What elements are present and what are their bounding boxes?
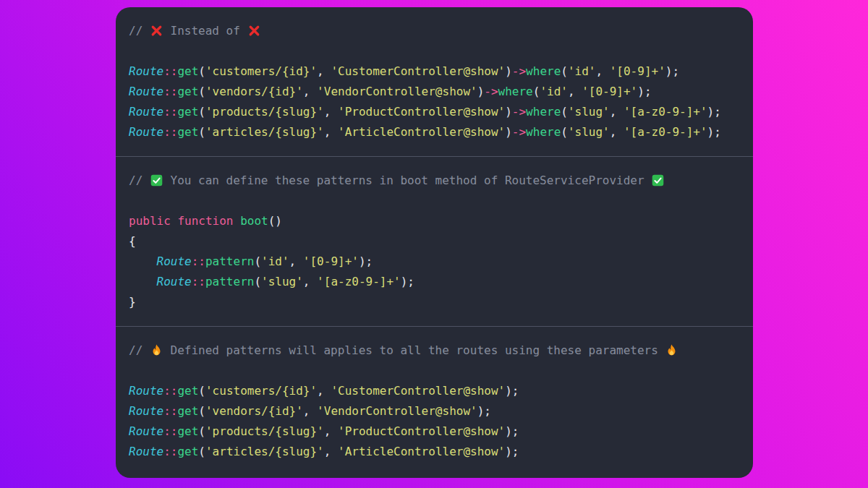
token-class: Route bbox=[129, 105, 163, 119]
code-line: { bbox=[129, 231, 740, 252]
token-fn: get bbox=[177, 105, 198, 119]
code-line: Route::pattern('slug', '[a-z0-9-]+'); bbox=[129, 272, 740, 292]
token-str: 'slug' bbox=[261, 275, 303, 288]
token-op: -> bbox=[512, 64, 526, 78]
token-str: 'ProductController@show' bbox=[338, 105, 505, 119]
code-line: Route::get('articles/{slug}', 'ArticleCo… bbox=[129, 122, 740, 142]
token-str: 'CustomerController@show' bbox=[331, 384, 505, 398]
token-plain: ); bbox=[505, 384, 519, 398]
token-class: Route bbox=[129, 64, 163, 78]
token-str: 'ProductController@show' bbox=[338, 424, 505, 438]
token-class: Route bbox=[129, 125, 163, 139]
token-op: :: bbox=[163, 125, 177, 139]
token-str: 'vendors/{id}' bbox=[205, 404, 303, 418]
code-line: Route::get('products/{slug}', 'ProductCo… bbox=[129, 102, 740, 122]
token-class: Route bbox=[129, 384, 163, 398]
token-fn: get bbox=[177, 404, 198, 418]
token-class: Route bbox=[157, 254, 192, 268]
code-section-instead-of: // Instead of Route::get('customers/{id}… bbox=[116, 7, 753, 156]
token-str: '[0-9]+' bbox=[582, 85, 637, 98]
token-plain: , bbox=[610, 125, 624, 139]
code-line: } bbox=[129, 292, 740, 312]
token-plain: , bbox=[303, 404, 317, 418]
token-plain: ) bbox=[477, 85, 485, 98]
token-str: 'customers/{id}' bbox=[205, 384, 317, 398]
token-plain: ( bbox=[254, 254, 261, 268]
token-comment: // bbox=[129, 343, 150, 357]
token-class: Route bbox=[129, 445, 163, 458]
token-str: 'products/{slug}' bbox=[205, 105, 324, 119]
token-plain: ( bbox=[198, 85, 205, 98]
token-kw: public function bbox=[129, 214, 240, 228]
token-plain: ( bbox=[561, 125, 568, 139]
token-str: 'products/{slug}' bbox=[205, 424, 324, 438]
token-plain: ( bbox=[198, 125, 205, 139]
token-plain: } bbox=[129, 295, 136, 309]
token-plain: ) bbox=[505, 105, 512, 119]
token-str: '[a-z0-9-]+' bbox=[624, 105, 707, 119]
token-fn: pattern bbox=[205, 254, 254, 268]
code-section-define-patterns: // You can define these patterns in boot… bbox=[116, 156, 753, 326]
token-str: 'CustomerController@show' bbox=[331, 64, 505, 78]
token-comment: Instead of bbox=[163, 24, 247, 38]
token-plain: , bbox=[289, 254, 303, 268]
token-fn: where bbox=[526, 125, 561, 139]
code-line: public function boot() bbox=[129, 211, 740, 231]
code-line: Route::get('vendors/{id}', 'VendorContro… bbox=[129, 82, 740, 102]
token-str: 'articles/{slug}' bbox=[205, 445, 324, 458]
code-line: Route::get('customers/{id}', 'CustomerCo… bbox=[129, 61, 740, 82]
code-snippet-card: // Instead of Route::get('customers/{id}… bbox=[116, 7, 753, 478]
token-op: :: bbox=[163, 384, 177, 398]
token-str: 'VendorController@show' bbox=[317, 404, 477, 418]
token-plain: , bbox=[317, 64, 331, 78]
token-op: :: bbox=[163, 85, 177, 98]
blank-line bbox=[129, 41, 740, 61]
code-line: Route::get('vendors/{id}', 'VendorContro… bbox=[129, 401, 740, 421]
token-plain: ( bbox=[198, 404, 205, 418]
code-line: Route::pattern('id', '[0-9]+'); bbox=[129, 252, 740, 272]
token-str: 'vendors/{id}' bbox=[205, 85, 303, 98]
token-plain: ) bbox=[505, 125, 512, 139]
token-plain: , bbox=[568, 85, 582, 98]
token-fn: where bbox=[526, 105, 561, 119]
token-op: :: bbox=[163, 404, 177, 418]
token-plain: , bbox=[324, 125, 338, 139]
token-str: 'ArticleController@show' bbox=[338, 445, 505, 458]
cross-icon bbox=[150, 25, 163, 37]
token-plain: ); bbox=[505, 424, 519, 438]
code-line: // Defined patterns will applies to all … bbox=[129, 341, 740, 361]
check-icon bbox=[652, 174, 664, 187]
token-str: 'customers/{id}' bbox=[205, 64, 317, 78]
token-plain: ); bbox=[707, 125, 721, 139]
token-str: 'slug' bbox=[568, 125, 610, 139]
blank-line bbox=[129, 191, 740, 211]
token-str: '[a-z0-9-]+' bbox=[624, 125, 707, 139]
token-plain: ); bbox=[359, 254, 373, 268]
token-plain: ); bbox=[477, 404, 491, 418]
token-plain: , bbox=[317, 384, 331, 398]
token-op: -> bbox=[484, 85, 498, 98]
token-fn: get bbox=[177, 384, 198, 398]
token-comment: You can define these patterns in boot me… bbox=[163, 174, 651, 187]
token-plain: , bbox=[324, 424, 338, 438]
code-line: Route::get('products/{slug}', 'ProductCo… bbox=[129, 421, 740, 442]
token-plain: () bbox=[268, 214, 282, 228]
token-comment: // bbox=[129, 174, 150, 187]
token-class: Route bbox=[129, 85, 163, 98]
token-plain: ( bbox=[198, 105, 205, 119]
token-plain bbox=[129, 254, 157, 268]
gradient-background: // Instead of Route::get('customers/{id}… bbox=[0, 0, 868, 488]
fire-icon bbox=[150, 344, 163, 356]
token-fn: get bbox=[177, 125, 198, 139]
token-plain: , bbox=[324, 105, 338, 119]
token-plain bbox=[129, 275, 157, 288]
code-line: // You can define these patterns in boot… bbox=[129, 171, 740, 191]
token-plain: ( bbox=[198, 384, 205, 398]
fire-icon bbox=[665, 344, 678, 356]
token-plain: ( bbox=[561, 64, 568, 78]
token-op: -> bbox=[512, 105, 526, 119]
token-op: :: bbox=[163, 445, 177, 458]
token-str: '[0-9]+' bbox=[303, 254, 359, 268]
token-fn: where bbox=[526, 64, 561, 78]
token-str: 'articles/{slug}' bbox=[205, 125, 324, 139]
